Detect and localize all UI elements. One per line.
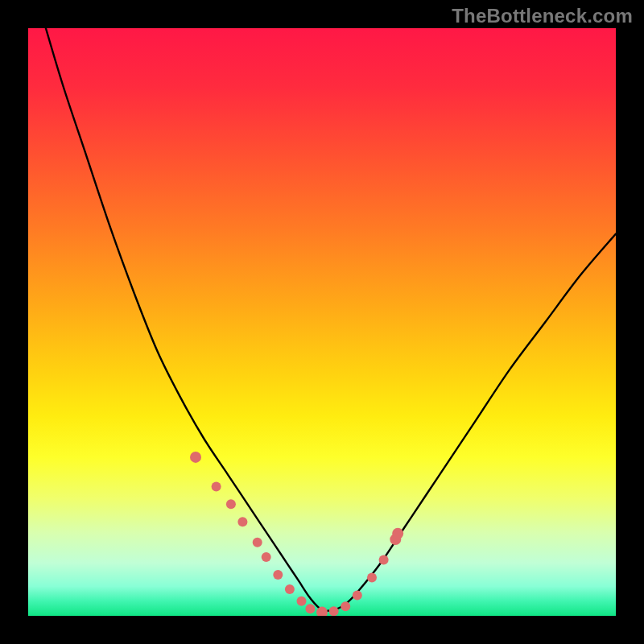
sample-dot <box>273 570 283 580</box>
sample-dot <box>329 606 339 616</box>
watermark-text: TheBottleneck.com <box>452 5 633 27</box>
sample-dot <box>190 452 201 463</box>
chart-stage: TheBottleneck.com <box>0 0 644 644</box>
sample-dot <box>285 584 295 594</box>
sample-dot <box>367 573 377 583</box>
sample-dot <box>262 552 271 562</box>
sample-dot <box>237 517 247 526</box>
sample-dot <box>341 601 350 611</box>
sample-dot <box>253 538 262 547</box>
bottleneck-plot <box>0 0 644 644</box>
sample-dot <box>353 591 362 601</box>
plot-background <box>28 28 616 616</box>
sample-dot <box>212 481 221 491</box>
sample-dot <box>379 555 389 565</box>
sample-dot <box>297 597 307 606</box>
sample-dot <box>392 528 403 539</box>
sample-dot <box>305 604 315 613</box>
sample-dot <box>226 499 236 509</box>
sample-dot <box>316 607 328 618</box>
